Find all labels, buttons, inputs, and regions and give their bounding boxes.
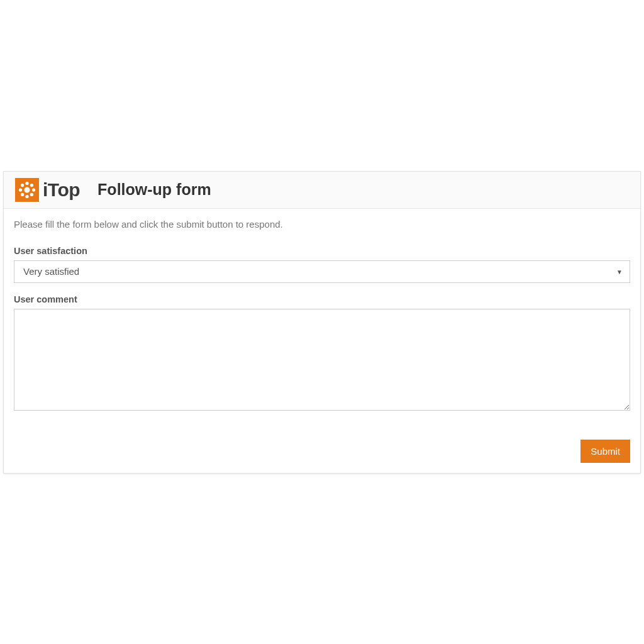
svg-point-2	[25, 194, 28, 197]
comment-textarea[interactable]	[14, 309, 630, 411]
svg-point-6	[30, 183, 33, 186]
comment-field-group: User comment	[14, 294, 630, 413]
form-footer: Submit	[4, 440, 640, 473]
svg-point-3	[19, 188, 22, 191]
svg-point-1	[25, 181, 28, 184]
submit-button[interactable]: Submit	[580, 440, 630, 463]
svg-point-8	[30, 192, 33, 196]
satisfaction-select-wrapper: Very satisfied ▼	[14, 260, 630, 283]
followup-form-panel: iTop Follow-up form Please fill the form…	[3, 171, 641, 474]
satisfaction-field-group: User satisfaction Very satisfied ▼	[14, 246, 630, 283]
form-instructions: Please fill the form below and click the…	[14, 219, 630, 230]
form-header: iTop Follow-up form	[4, 172, 640, 209]
page-title: Follow-up form	[97, 180, 211, 199]
logo-text: iTop	[43, 179, 80, 201]
svg-point-0	[25, 187, 30, 192]
svg-point-5	[21, 183, 24, 186]
itop-logo-icon	[15, 178, 39, 202]
comment-label: User comment	[14, 294, 630, 304]
logo: iTop	[15, 178, 80, 202]
satisfaction-select[interactable]: Very satisfied	[14, 260, 630, 283]
satisfaction-label: User satisfaction	[14, 246, 630, 256]
svg-point-7	[21, 192, 24, 196]
svg-point-4	[32, 188, 35, 191]
form-body: Please fill the form below and click the…	[4, 209, 640, 435]
